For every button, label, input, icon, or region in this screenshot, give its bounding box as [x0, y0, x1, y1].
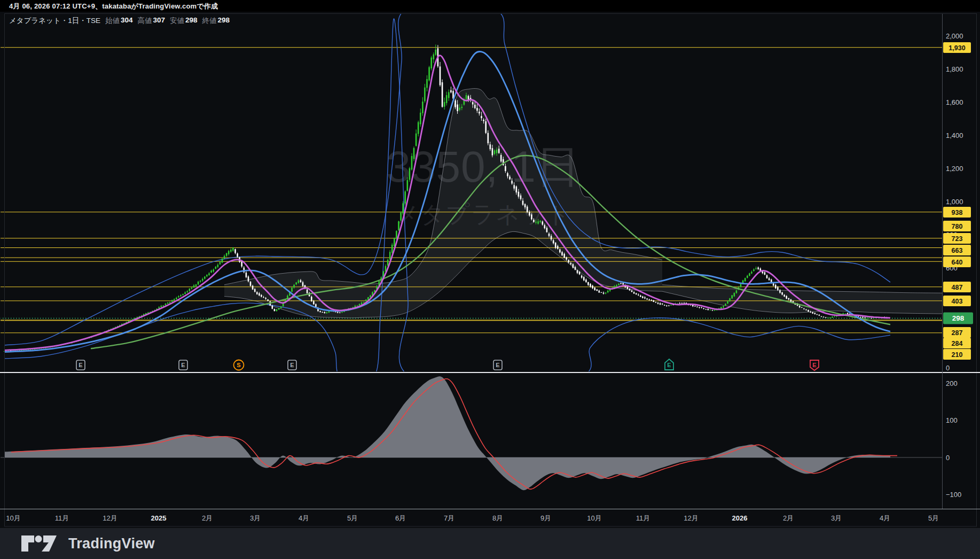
svg-text:−100: −100 — [946, 491, 961, 499]
svg-text:403: 403 — [952, 298, 963, 305]
indicator-axis[interactable]: 2001000−100 — [946, 379, 961, 499]
svg-text:12月: 12月 — [684, 514, 698, 522]
svg-text:4月: 4月 — [880, 514, 890, 522]
svg-text:6月: 6月 — [395, 514, 406, 522]
svg-text:723: 723 — [952, 235, 963, 243]
tradingview-logo-icon — [20, 534, 62, 553]
svg-text:0: 0 — [946, 364, 950, 372]
svg-text:10月: 10月 — [587, 514, 601, 522]
svg-text:298: 298 — [952, 314, 965, 322]
svg-text:200: 200 — [946, 379, 958, 387]
svg-text:1,600: 1,600 — [946, 98, 963, 106]
svg-text:100: 100 — [946, 416, 958, 424]
svg-text:E: E — [667, 362, 671, 368]
svg-text:663: 663 — [952, 247, 963, 254]
svg-text:5月: 5月 — [928, 514, 939, 522]
event-markers[interactable]: EESEEEE — [76, 359, 819, 370]
ichimoku-cloud — [224, 88, 945, 317]
svg-text:3月: 3月 — [250, 514, 261, 522]
svg-text:2月: 2月 — [202, 514, 213, 522]
svg-text:487: 487 — [952, 284, 963, 291]
svg-text:S: S — [237, 362, 240, 368]
oscillator-pane — [0, 376, 942, 490]
symbol-legend: メタプラネット・1日・TSE 始値304 高値307 安値298 終値298 — [9, 16, 230, 26]
svg-text:12月: 12月 — [103, 514, 117, 522]
svg-text:1,400: 1,400 — [946, 131, 963, 139]
attribution-bar: 4月 06, 2026 07:12 UTC+9、takatabaがTrading… — [0, 0, 980, 12]
svg-text:E: E — [181, 362, 185, 368]
attribution-text: 4月 06, 2026 07:12 UTC+9、takatabaがTrading… — [9, 2, 218, 11]
svg-text:3月: 3月 — [831, 514, 842, 522]
price-axis[interactable]: 2,0001,8001,6001,4001,2001,0008006004002… — [943, 32, 973, 372]
svg-text:4月: 4月 — [299, 514, 309, 522]
svg-text:640: 640 — [952, 259, 963, 266]
svg-text:7月: 7月 — [444, 514, 454, 522]
svg-text:E: E — [812, 362, 816, 368]
svg-text:287: 287 — [952, 329, 963, 337]
ohlc-close: 終値298 — [202, 16, 230, 26]
svg-text:10月: 10月 — [6, 514, 20, 522]
svg-text:0: 0 — [946, 454, 950, 462]
svg-text:2月: 2月 — [783, 514, 794, 522]
svg-text:210: 210 — [952, 351, 963, 359]
svg-text:E: E — [496, 362, 499, 368]
tradingview-screenshot: 4月 06, 2026 07:12 UTC+9、takatabaがTrading… — [0, 0, 980, 559]
svg-text:11月: 11月 — [55, 514, 69, 522]
svg-text:E: E — [79, 362, 82, 368]
svg-text:E: E — [290, 362, 294, 368]
footer-bar: TradingView — [0, 528, 980, 559]
svg-text:2025: 2025 — [151, 514, 167, 522]
svg-text:284: 284 — [952, 340, 963, 347]
tradingview-logo-text: TradingView — [68, 535, 155, 552]
svg-text:5月: 5月 — [347, 514, 358, 522]
time-axis[interactable]: 10月11月12月20252月3月4月5月6月7月8月9月10月11月12月20… — [6, 514, 939, 522]
svg-text:1,000: 1,000 — [946, 198, 963, 206]
svg-text:11月: 11月 — [636, 514, 650, 522]
svg-text:1,800: 1,800 — [946, 65, 963, 73]
svg-text:8月: 8月 — [492, 514, 503, 522]
svg-text:938: 938 — [952, 209, 963, 216]
svg-text:2,000: 2,000 — [946, 32, 963, 40]
svg-text:780: 780 — [952, 223, 963, 230]
svg-text:1,930: 1,930 — [948, 44, 965, 52]
ohlc-low: 安値298 — [170, 16, 198, 26]
tradingview-logo[interactable]: TradingView — [20, 534, 155, 553]
svg-text:2026: 2026 — [732, 514, 748, 522]
chart-canvas[interactable]: 2,0001,8001,6001,4001,2001,0008006004002… — [0, 0, 980, 559]
svg-text:9月: 9月 — [540, 514, 551, 522]
ohlc-open: 始値304 — [105, 16, 133, 26]
ohlc-high: 高値307 — [138, 16, 166, 26]
svg-text:1,200: 1,200 — [946, 165, 963, 173]
symbol-title[interactable]: メタプラネット・1日・TSE — [9, 16, 100, 26]
